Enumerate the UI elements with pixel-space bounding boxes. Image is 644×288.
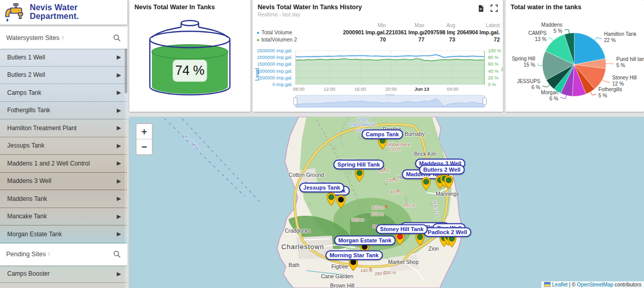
stats-column-header: Min bbox=[324, 22, 386, 29]
sidebar-item[interactable]: Jessups Tank▶ bbox=[0, 137, 127, 155]
map-marker[interactable] bbox=[444, 175, 454, 189]
series-color-dot: ● bbox=[257, 30, 259, 35]
sidebar-item[interactable]: Morgan Estate Tank▶ bbox=[0, 225, 127, 243]
tank-panel: Nevis Total Water In Tanks 74 % bbox=[129, 0, 250, 112]
ukraine-flag-icon bbox=[544, 282, 551, 287]
series-color-dot: ● bbox=[257, 37, 259, 43]
stats-table: MinMaxAvgLatest●Total Volume2000901 Imp.… bbox=[257, 22, 500, 43]
site-name: Hamilton Treatment Plant bbox=[7, 125, 76, 132]
map-zoom-control: + − bbox=[135, 123, 153, 155]
fullscreen-icon[interactable] bbox=[491, 5, 498, 12]
series-name: ●Total Volume bbox=[257, 29, 324, 36]
svg-text:22 %: 22 % bbox=[604, 37, 616, 43]
pie-chart[interactable]: Hamilton Tank22 %Pund hill tank5 %Stoney… bbox=[505, 0, 644, 112]
site-name: Fothergills Tank bbox=[7, 107, 50, 114]
map-marker[interactable] bbox=[336, 195, 346, 209]
stat-value: 2210361 Imp.gal. bbox=[386, 29, 424, 36]
export-report-icon[interactable] bbox=[477, 5, 484, 12]
pie-label: Spring Hill bbox=[512, 56, 535, 61]
history-chart[interactable]: 2500000 imp.gal.100 %2000000 imp.gal.80 … bbox=[252, 46, 503, 112]
svg-text:6 %: 6 % bbox=[550, 96, 558, 101]
map-marker[interactable] bbox=[421, 177, 431, 191]
site-name: Mancake Tank bbox=[7, 213, 47, 220]
sidebar-item[interactable]: Camps Tank▶ bbox=[0, 84, 127, 101]
site-name: Butlers 2 Well bbox=[7, 71, 45, 78]
map[interactable]: RawlinsBurnabyBrick KilnCombermere150 mA… bbox=[129, 117, 644, 288]
pie-label: JESSUPS bbox=[517, 78, 540, 84]
svg-text:20:00: 20:00 bbox=[385, 87, 397, 92]
map-tooltip: Stoney Hill Tank bbox=[376, 224, 428, 234]
expand-arrow-icon: ▶ bbox=[117, 271, 121, 277]
attribution-separator: | © bbox=[568, 282, 577, 287]
svg-text:2500000 imp.gal.: 2500000 imp.gal. bbox=[257, 48, 292, 53]
sidebar-item[interactable]: Mancake Tank▶ bbox=[0, 208, 127, 225]
expand-arrow-icon: ▶ bbox=[117, 195, 121, 202]
sidebar-item[interactable]: Butlers 2 Well▶ bbox=[0, 67, 127, 84]
stats-column-header: Avg bbox=[424, 22, 455, 29]
expand-arrow-icon: ▶ bbox=[117, 72, 121, 78]
site-name: Maddens 1 and 2 Well Control bbox=[7, 160, 90, 167]
series-name: ●totalVolumen 2 bbox=[257, 36, 324, 43]
map-tooltip: Spring Hill Tank bbox=[334, 160, 384, 170]
section-header[interactable]: Pending Sites ↑ bbox=[0, 243, 127, 265]
history-subtitle: Realtime - last day bbox=[252, 11, 503, 17]
sidebar: Nevis Water Department. Watersystem Site… bbox=[0, 0, 127, 288]
chart-navigator[interactable] bbox=[294, 94, 486, 108]
expand-arrow-icon: ▶ bbox=[117, 125, 121, 131]
stat-value: 70 bbox=[324, 36, 386, 43]
svg-text:5 %: 5 % bbox=[598, 93, 607, 98]
pie-panel: Hamilton Tank22 %Pund hill tank5 %Stoney… bbox=[505, 0, 644, 112]
sidebar-item[interactable]: Maddens 3 Well▶ bbox=[0, 173, 127, 190]
sidebar-item[interactable]: Camps Booster▶ bbox=[0, 265, 127, 283]
site-name: Camps Booster bbox=[7, 270, 50, 277]
site-name: Maddens Tank bbox=[7, 195, 47, 202]
osm-link[interactable]: OpenStreetMap bbox=[577, 282, 613, 287]
svg-text:0 imp.gal.: 0 imp.gal. bbox=[272, 82, 292, 87]
zoom-in-button[interactable]: + bbox=[136, 124, 152, 139]
stat-row[interactable]: ●Total Volume2000901 Imp.gal.2210361 Imp… bbox=[257, 29, 500, 36]
pie-title: Total water in the tanks bbox=[505, 0, 587, 11]
svg-text:500000 imp.gal.: 500000 imp.gal. bbox=[260, 75, 292, 80]
sidebar-item[interactable]: Fothergills Tank▶ bbox=[0, 102, 127, 119]
area-series-totalvolumen2 bbox=[296, 58, 484, 85]
stat-value: 2064904 Imp.gal. bbox=[455, 29, 500, 36]
sidebar-item[interactable]: Maddens Tank▶ bbox=[0, 190, 127, 208]
map-marker[interactable] bbox=[415, 232, 425, 246]
attribution-tail: contributors bbox=[613, 282, 641, 287]
zoom-out-button[interactable]: − bbox=[136, 139, 152, 154]
history-panel: Nevis Total Water In Tanks History Realt… bbox=[252, 0, 503, 112]
search-icon[interactable] bbox=[113, 34, 121, 42]
line-series-totalvolume bbox=[296, 55, 484, 58]
svg-text:40 %: 40 % bbox=[488, 69, 499, 74]
pin-icon bbox=[336, 195, 346, 209]
pin-icon bbox=[355, 168, 364, 182]
sidebar-item[interactable]: Butlers 1 Well▶ bbox=[0, 49, 127, 66]
pin-icon bbox=[326, 192, 336, 206]
pin-icon bbox=[421, 177, 431, 191]
map-tooltip: Padlock 2 Well bbox=[424, 228, 472, 237]
brush-handle-left bbox=[294, 97, 297, 105]
sidebar-item[interactable]: Fothergills Booster▶ bbox=[0, 283, 127, 288]
svg-text:80 %: 80 % bbox=[488, 55, 499, 60]
map-marker[interactable] bbox=[326, 192, 336, 206]
pie-label: Hamilton Tank bbox=[604, 31, 637, 37]
section-header[interactable]: Watersystem Sites ↑ bbox=[0, 27, 127, 49]
sidebar-item[interactable]: Maddens 1 and 2 Well Control▶ bbox=[0, 155, 127, 172]
expand-arrow-icon: ▶ bbox=[117, 231, 121, 237]
sort-arrow-icon: ↑ bbox=[61, 34, 64, 42]
stats-header-row: MinMaxAvgLatest bbox=[257, 22, 500, 29]
pin-icon bbox=[444, 175, 454, 189]
history-title: Nevis Total Water In Tanks History bbox=[252, 0, 503, 11]
map-marker[interactable] bbox=[355, 168, 364, 182]
leaflet-link[interactable]: Leaflet bbox=[552, 282, 568, 287]
pie-label: Maddens bbox=[541, 22, 562, 28]
sidebar-item[interactable]: Hamilton Treatment Plant▶ bbox=[0, 119, 127, 137]
dashboard: Nevis Water Department. Watersystem Site… bbox=[0, 0, 644, 288]
expand-arrow-icon: ▶ bbox=[117, 107, 121, 114]
search-icon[interactable] bbox=[113, 250, 121, 258]
map-tooltip: Butlers 2 Well bbox=[419, 165, 465, 175]
stat-value: 73 bbox=[424, 36, 455, 43]
site-name: Maddens 3 Well bbox=[7, 177, 51, 184]
faucet-logo-icon bbox=[4, 3, 26, 22]
stat-row[interactable]: ●totalVolumen 270777372 bbox=[257, 36, 500, 43]
